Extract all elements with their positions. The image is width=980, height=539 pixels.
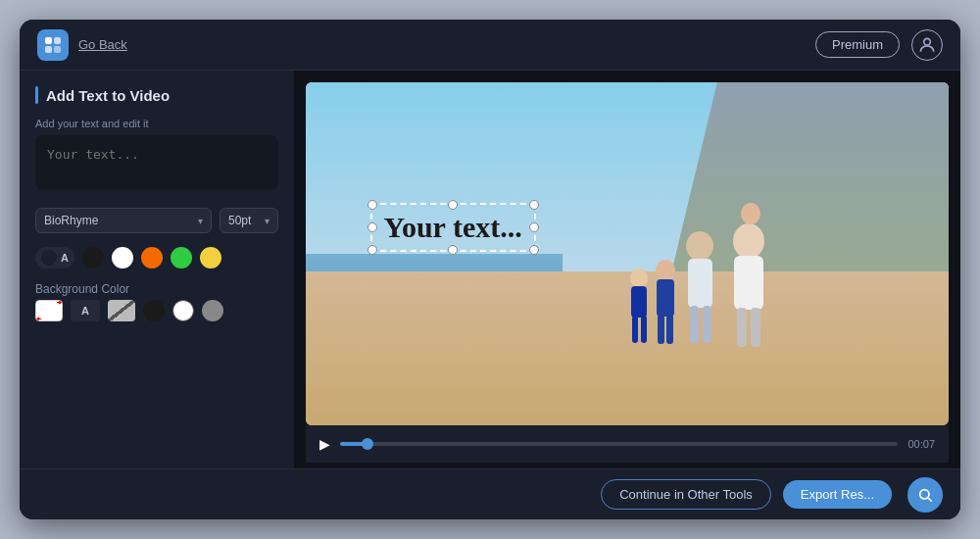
svg-rect-15 — [657, 279, 674, 317]
export-button[interactable]: Export Res... — [783, 480, 892, 509]
svg-point-22 — [920, 489, 929, 498]
font-select[interactable]: BioRhyme ▾ — [35, 208, 212, 233]
bg-color-row: A — [35, 300, 278, 321]
video-background: Your text... — [306, 82, 949, 425]
svg-rect-12 — [690, 306, 699, 343]
footer: Continue in Other Tools Export Res... — [20, 468, 960, 519]
color-swatch-orange[interactable] — [141, 247, 163, 269]
size-chevron-icon: ▾ — [265, 216, 270, 226]
video-overlay-text: Your text... — [384, 211, 522, 243]
svg-point-5 — [733, 223, 764, 259]
handle-top-left[interactable] — [368, 200, 377, 210]
font-size-label: 50pt — [228, 214, 251, 227]
bg-swatch-transparent[interactable] — [35, 300, 63, 321]
font-row: BioRhyme ▾ 50pt ▾ — [35, 208, 278, 233]
font-name-label: BioRhyme — [44, 214, 98, 227]
go-back-link[interactable]: Go Back — [78, 37, 127, 52]
sidebar: Add Text to Video Add your text and edit… — [20, 71, 294, 468]
text-overlay-container[interactable]: Your text... — [370, 203, 536, 252]
svg-point-10 — [686, 231, 713, 261]
sidebar-title: Add Text to Video — [35, 86, 278, 104]
bg-color-section: Background Color A — [35, 282, 278, 321]
people-svg — [612, 192, 808, 364]
bg-swatch-slash2[interactable] — [108, 300, 135, 321]
bg-color-label: Background Color — [35, 282, 278, 296]
progress-dot — [362, 438, 373, 450]
toggle-label: A — [61, 252, 69, 264]
svg-rect-13 — [703, 306, 711, 343]
header: Go Back Premium — [20, 20, 960, 71]
search-fab[interactable] — [907, 477, 943, 513]
header-right: Premium — [815, 29, 943, 61]
svg-point-4 — [924, 38, 931, 45]
handle-mid-right[interactable] — [529, 222, 539, 232]
bg-swatch-white[interactable] — [172, 300, 194, 321]
svg-rect-19 — [631, 286, 647, 318]
video-canvas: Your text... — [306, 82, 949, 425]
svg-point-9 — [741, 203, 760, 224]
video-area: Your text... ▶ — [294, 71, 960, 468]
handle-bottom-center[interactable] — [448, 245, 458, 255]
continue-button[interactable]: Continue in Other Tools — [601, 479, 771, 510]
svg-rect-6 — [734, 256, 763, 310]
color-swatch-yellow[interactable] — [200, 247, 221, 269]
color-toggle[interactable]: A — [35, 247, 74, 269]
progress-bar[interactable] — [340, 442, 898, 446]
bg-swatch-black[interactable] — [143, 300, 165, 321]
bg-swatch-gray[interactable] — [202, 300, 223, 321]
svg-rect-20 — [632, 316, 638, 343]
svg-rect-17 — [666, 315, 673, 344]
svg-point-14 — [656, 260, 675, 281]
app-window: Go Back Premium Add Text to Video Add yo… — [20, 20, 960, 519]
svg-line-23 — [928, 498, 932, 502]
text-overlay-box: Your text... — [370, 203, 536, 252]
header-left: Go Back — [37, 29, 127, 61]
handle-mid-left[interactable] — [368, 222, 377, 232]
play-button[interactable]: ▶ — [319, 436, 330, 452]
title-accent-bar — [35, 86, 38, 104]
color-swatch-white[interactable] — [112, 247, 133, 269]
svg-point-18 — [630, 269, 648, 288]
svg-rect-11 — [688, 259, 712, 308]
svg-rect-1 — [54, 37, 61, 44]
svg-rect-2 — [45, 46, 52, 53]
main-content: Add Text to Video Add your text and edit… — [20, 71, 960, 468]
video-controls: ▶ 00:07 — [306, 425, 949, 463]
bg-swatch-a[interactable]: A — [71, 300, 100, 321]
svg-rect-8 — [751, 308, 760, 347]
section-label: Add your text and edit it — [35, 118, 278, 129]
time-label: 00:07 — [907, 438, 935, 450]
sidebar-title-text: Add Text to Video — [46, 87, 170, 104]
svg-rect-21 — [641, 316, 647, 343]
svg-rect-3 — [54, 46, 61, 53]
color-row: A — [35, 247, 278, 269]
color-swatch-black[interactable] — [82, 247, 104, 269]
handle-top-center[interactable] — [448, 200, 458, 210]
svg-rect-0 — [45, 37, 52, 44]
color-swatch-green[interactable] — [171, 247, 192, 269]
size-select[interactable]: 50pt ▾ — [220, 208, 278, 233]
user-avatar[interactable] — [911, 29, 943, 61]
premium-button[interactable]: Premium — [815, 31, 900, 58]
handle-bottom-left[interactable] — [368, 245, 377, 255]
svg-rect-16 — [658, 315, 664, 344]
toggle-dot — [41, 250, 57, 266]
handle-bottom-right[interactable] — [529, 245, 539, 255]
text-input[interactable] — [35, 135, 278, 190]
handle-top-right[interactable] — [529, 200, 539, 210]
text-section: Add your text and edit it — [35, 118, 278, 194]
app-logo — [37, 29, 69, 61]
font-chevron-icon: ▾ — [198, 216, 203, 226]
svg-rect-7 — [737, 308, 747, 347]
